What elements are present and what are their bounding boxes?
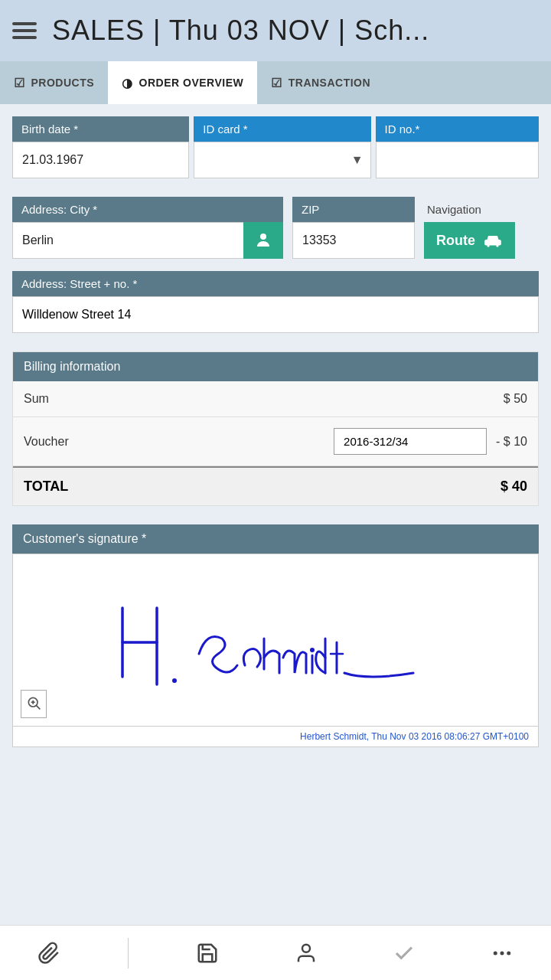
car-icon	[483, 230, 503, 250]
svg-line-7	[36, 705, 40, 709]
identity-fields-row: Birth date * ID card * ▼ ID no.*	[12, 116, 539, 178]
save-button[interactable]	[188, 934, 227, 972]
tab-order-overview[interactable]: ◑ ORDER OVERVIEW	[108, 61, 257, 104]
billing-sum-row: Sum $ 50	[13, 381, 538, 417]
total-value: $ 40	[500, 479, 527, 495]
nav-label-wrap: Navigation	[424, 197, 539, 222]
tab-transaction[interactable]: ☑ TRANSACTION	[257, 61, 384, 104]
voucher-input[interactable]	[334, 428, 487, 455]
city-label-wrap: Address: City *	[12, 197, 283, 222]
zoom-icon	[26, 695, 41, 710]
person-icon	[254, 231, 272, 250]
transaction-check-icon: ☑	[271, 76, 282, 90]
city-input-group	[12, 222, 283, 259]
address-city-section: Address: City * ZIP Navigation	[12, 197, 539, 259]
header: SALES | Thu 03 NOV | Sch...	[0, 0, 551, 61]
signature-zoom-button[interactable]	[21, 690, 47, 718]
toolbar-divider-1	[128, 938, 129, 969]
check-button[interactable]	[385, 934, 423, 972]
svg-point-3	[496, 244, 498, 247]
route-btn-group: Route	[424, 222, 539, 259]
billing-section: Billing information Sum $ 50 Voucher - $…	[12, 351, 539, 506]
route-button[interactable]: Route	[424, 222, 515, 259]
zip-label-wrap: ZIP	[292, 197, 415, 222]
header-title: SALES | Thu 03 NOV | Sch...	[52, 15, 429, 47]
voucher-label: Voucher	[24, 435, 324, 449]
user-icon	[295, 942, 318, 965]
signature-box[interactable]	[12, 554, 539, 727]
address-city-label: Address: City *	[12, 197, 283, 222]
signature-header: Customer's signature *	[12, 524, 539, 554]
birth-date-field: Birth date *	[12, 116, 189, 178]
products-check-icon: ☑	[14, 76, 25, 90]
id-card-input-wrapper: ▼	[194, 142, 370, 178]
svg-point-5	[310, 648, 315, 652]
zip-input[interactable]	[292, 222, 415, 259]
svg-rect-1	[484, 240, 501, 246]
zip-input-group	[292, 222, 415, 259]
navigation-label: Navigation	[424, 197, 539, 222]
voucher-discount: - $ 10	[496, 435, 527, 449]
id-no-label: ID no.*	[376, 116, 539, 142]
save-icon	[196, 942, 219, 965]
svg-point-13	[507, 951, 510, 955]
zip-label: ZIP	[292, 197, 415, 222]
order-circle-icon: ◑	[122, 76, 133, 90]
attach-button[interactable]	[30, 934, 68, 972]
more-icon	[491, 942, 514, 965]
city-zip-nav-labels: Address: City * ZIP Navigation	[12, 197, 539, 222]
tab-bar: ☑ PRODUCTS ◑ ORDER OVERVIEW ☑ TRANSACTIO…	[0, 61, 551, 104]
attach-icon	[37, 942, 60, 965]
signature-section: Customer's signature *	[12, 524, 539, 747]
svg-point-4	[172, 678, 177, 683]
address-street-label: Address: Street + no. *	[12, 271, 539, 296]
svg-point-12	[500, 951, 504, 955]
main-content: Birth date * ID card * ▼ ID no.* Address…	[0, 104, 551, 821]
billing-header: Billing information	[13, 352, 538, 381]
bottom-toolbar	[0, 925, 551, 980]
id-card-select[interactable]	[194, 142, 370, 178]
person-icon-button[interactable]	[243, 222, 283, 259]
signature-meta: Herbert Schmidt, Thu Nov 03 2016 08:06:2…	[12, 727, 539, 747]
svg-point-2	[487, 244, 489, 247]
svg-point-10	[302, 944, 310, 952]
address-street-section: Address: Street + no. *	[12, 271, 539, 333]
hamburger-menu[interactable]	[12, 22, 37, 39]
tab-products[interactable]: ☑ PRODUCTS	[0, 61, 108, 104]
city-zip-nav-inputs: Route	[12, 222, 539, 259]
id-no-input[interactable]	[376, 142, 539, 178]
route-label: Route	[436, 233, 475, 249]
billing-voucher-row: Voucher - $ 10	[13, 417, 538, 466]
city-input[interactable]	[12, 222, 243, 259]
sum-value: $ 50	[504, 392, 527, 406]
svg-point-11	[494, 951, 497, 955]
address-street-input[interactable]	[12, 296, 539, 333]
check-icon	[393, 942, 416, 965]
id-card-label: ID card *	[194, 116, 370, 142]
more-button[interactable]	[483, 934, 521, 972]
sum-label: Sum	[24, 392, 504, 406]
birth-date-input[interactable]	[12, 142, 189, 178]
id-card-field: ID card * ▼	[194, 116, 370, 178]
user-button[interactable]	[287, 934, 325, 972]
birth-date-label: Birth date *	[12, 116, 189, 142]
id-no-field: ID no.*	[376, 116, 539, 178]
total-label: TOTAL	[24, 479, 500, 495]
svg-point-0	[260, 234, 266, 240]
billing-total-row: TOTAL $ 40	[13, 466, 538, 505]
signature-drawing	[13, 554, 538, 723]
